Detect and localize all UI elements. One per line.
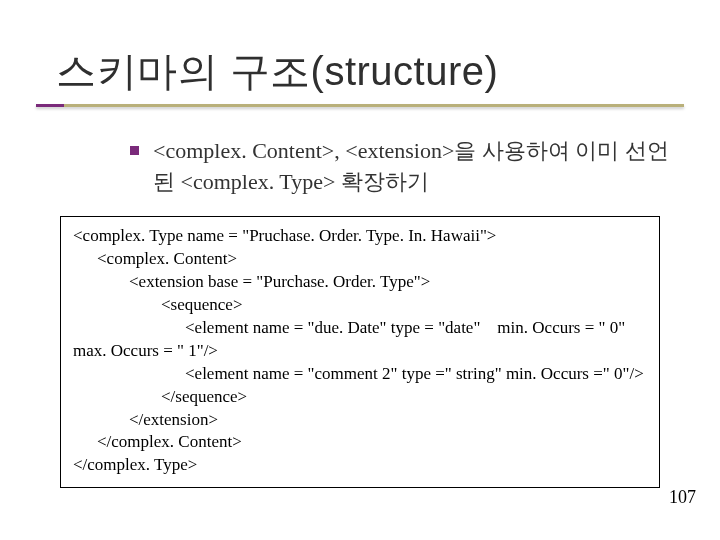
code-line: <element name = "due. Date" type = "date… — [73, 317, 647, 340]
slide-title: 스키마의 구조(structure) — [56, 44, 498, 99]
code-line: max. Occurs = " 1"/> — [73, 340, 647, 363]
page-number: 107 — [669, 487, 696, 508]
bullet-item: <complex. Content>, <extension>을 사용하여 이미… — [130, 136, 680, 198]
slide: 스키마의 구조(structure) <complex. Content>, <… — [0, 0, 720, 540]
code-line: </extension> — [73, 409, 647, 432]
code-box: <complex. Type name = "Pruchase. Order. … — [60, 216, 660, 488]
code-line: <complex. Type name = "Pruchase. Order. … — [73, 225, 647, 248]
code-line: <extension base = "Purchase. Order. Type… — [73, 271, 647, 294]
square-bullet-icon — [130, 146, 139, 155]
code-line: <sequence> — [73, 294, 647, 317]
title-underline — [36, 104, 684, 107]
title-underline-accent — [36, 104, 64, 107]
bullet-text: <complex. Content>, <extension>을 사용하여 이미… — [153, 136, 680, 198]
code-line: <complex. Content> — [73, 248, 647, 271]
code-line: <element name = "comment 2" type =" stri… — [73, 363, 647, 386]
code-line: </sequence> — [73, 386, 647, 409]
code-line: </complex. Type> — [73, 454, 647, 477]
code-line: </complex. Content> — [73, 431, 647, 454]
